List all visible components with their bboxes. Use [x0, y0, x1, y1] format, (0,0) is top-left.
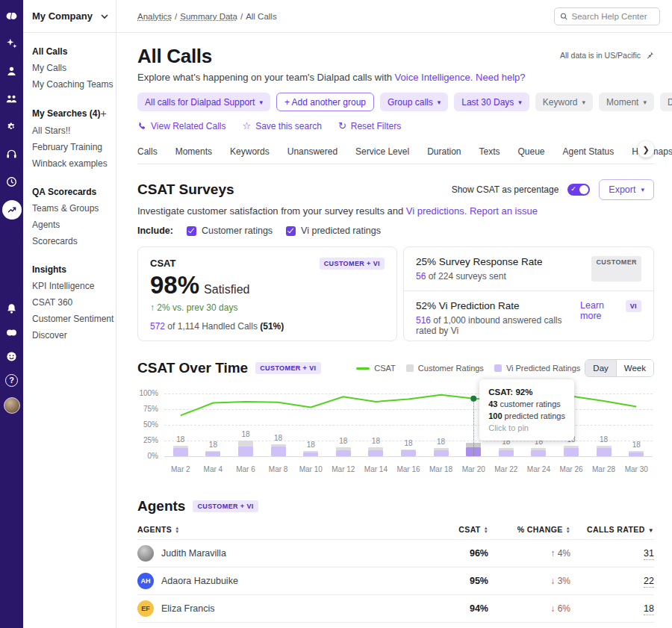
settings-gear-icon[interactable] [5, 119, 19, 133]
export-button[interactable]: Export▾ [599, 179, 654, 200]
tab-agent-status[interactable]: Agent Status [563, 146, 615, 164]
sidebar-item-scorecards[interactable]: Scorecards [32, 233, 107, 249]
moment-filter[interactable]: Moment▾ [599, 93, 654, 111]
search-input[interactable] [572, 12, 654, 21]
duration-filter[interactable]: Duration▾ [660, 93, 672, 111]
tab-service-level[interactable]: Service Level [355, 146, 409, 164]
filter-group-pill[interactable]: All calls for Dialpad Support▾ [137, 93, 270, 111]
table-row[interactable]: EFEliza Francis 94% ↓ 6% 18 [137, 594, 654, 622]
csat-card-label: CSAT [150, 258, 175, 269]
search-icon [560, 12, 568, 21]
chevron-down-icon: ▾ [643, 99, 647, 106]
sidebar-item-winback-examples[interactable]: Winback examples [32, 155, 107, 172]
company-selector[interactable]: My Company [23, 0, 116, 33]
table-row[interactable]: AHAdaora Hazubuike 95% ↓ 3% 22 [137, 567, 654, 594]
notifications-bell-icon[interactable] [5, 302, 19, 315]
ai-sparkles-icon[interactable] [5, 37, 19, 50]
date-range-filter[interactable]: Last 30 Days▾ [454, 93, 529, 111]
customer-vi-badge: CUSTOMER + VI [255, 362, 320, 374]
add-another-group-button[interactable]: + Add another group [276, 93, 374, 111]
table-row[interactable]: Judith Maravilla 96% ↑ 4% 31 [137, 539, 654, 567]
sidebar-item-kpi-intelligence[interactable]: KPI Intelligence [32, 278, 107, 294]
tab-texts[interactable]: Texts [479, 146, 500, 164]
help-icon[interactable]: ? [5, 373, 19, 387]
support-headset-icon[interactable] [5, 147, 19, 161]
save-search-link[interactable]: ☆ Save this search [243, 120, 322, 131]
feedback-smiley-icon[interactable] [5, 349, 19, 363]
pin-icon[interactable] [645, 51, 654, 60]
include-filters: Include: Customer ratings Vi predicted r… [137, 226, 654, 236]
header-calls-rated[interactable]: CALLS RATED▼ [570, 525, 654, 534]
breadcrumb-analytics[interactable]: Analytics [137, 12, 172, 21]
sidebar-item-agents[interactable]: Agents [32, 217, 107, 233]
tab-queue[interactable]: Queue [518, 146, 545, 164]
contacts-icon[interactable] [5, 64, 19, 78]
analytics-icon-active[interactable] [2, 200, 22, 220]
day-toggle-button[interactable]: Day [585, 360, 615, 376]
learn-more-link[interactable]: Learn more [580, 300, 618, 321]
tab-unanswered[interactable]: Unanswered [287, 146, 337, 164]
sidebar-item-my-coaching-teams[interactable]: My Coaching Teams [32, 76, 107, 93]
sidebar-item-discover[interactable]: Discover [32, 327, 107, 343]
vi-prediction-rate-card: 52% Vi Prediction Rate 516 of 1,000 inbo… [404, 290, 653, 345]
calls-rated-link[interactable]: 31 [644, 548, 654, 560]
vi-predictions-link[interactable]: Vi predictions. [406, 205, 467, 217]
header-csat[interactable]: CSAT▲▼ [436, 525, 488, 534]
day-week-toggle: Day Week [585, 359, 654, 377]
add-search-button[interactable]: + [100, 108, 108, 119]
view-related-calls-link[interactable]: View Related Calls [137, 120, 226, 131]
help-search[interactable] [554, 7, 660, 25]
tab-keywords[interactable]: Keywords [230, 146, 270, 164]
tab-moments[interactable]: Moments [175, 146, 212, 164]
vi-predicted-ratings-checkbox[interactable]: Vi predicted ratings [286, 226, 381, 236]
phone-icon [137, 122, 146, 131]
calls-rated-link[interactable]: 18 [644, 603, 654, 615]
coaching-teams-icon[interactable] [5, 92, 19, 105]
sidebar-item-all-stars[interactable]: All Stars!! [32, 122, 107, 139]
customer-ratings-checkbox[interactable]: Customer ratings [187, 226, 273, 236]
csat-surveys-title: CSAT Surveys [137, 181, 234, 198]
csat-value: 98%Satisfied [150, 271, 385, 299]
report-issue-link[interactable]: Report an issue [470, 205, 538, 217]
sidebar-item-all-calls[interactable]: All Calls [32, 43, 107, 60]
need-help-link[interactable]: Need help? [476, 72, 526, 83]
company-name: My Company [32, 10, 93, 22]
surveys-link[interactable]: 56 [416, 271, 426, 282]
chart-tooltip: CSAT: 92% 43 customer ratings 100 predic… [479, 379, 574, 441]
chart-plot-area[interactable]: CSAT: 92% 43 customer ratings 100 predic… [164, 391, 653, 459]
reset-filters-link[interactable]: ↻ Reset Filters [338, 120, 401, 131]
user-avatar[interactable] [4, 397, 20, 414]
calls-rated-link[interactable]: 22 [644, 576, 654, 588]
dialpad-logo-icon[interactable] [5, 9, 19, 22]
table-row[interactable]: Philippe Salah 94% ↓ 2% 19 [137, 622, 654, 628]
call-history-icon[interactable] [5, 175, 19, 188]
sidebar-item-teams-groups[interactable]: Teams & Groups [32, 200, 107, 217]
vi-predicted-swatch [494, 364, 502, 372]
tab-duration[interactable]: Duration [427, 146, 461, 164]
response-rate-title: 25% Survey Response Rate [416, 256, 543, 267]
header-pct-change[interactable]: % CHANGE▲▼ [488, 525, 570, 534]
sidebar-item-february-training[interactable]: February Training [32, 139, 107, 155]
avatar: EF [137, 600, 154, 617]
group-calls-filter[interactable]: Group calls▾ [380, 93, 448, 111]
chevron-down-icon: ▾ [582, 99, 586, 106]
sidebar-item-csat-360[interactable]: CSAT 360 [32, 294, 107, 311]
dialpad-chat-icon[interactable] [5, 326, 19, 339]
topbar: Analytics/Summary Data/All Calls [116, 0, 672, 33]
sidebar-item-my-calls[interactable]: My Calls [32, 60, 107, 76]
page-subtitle: Explore what's happening on your team's … [137, 72, 654, 83]
tab-bar: Calls Moments Keywords Unanswered Servic… [137, 142, 654, 164]
breadcrumb-summary-data[interactable]: Summary Data [180, 12, 237, 21]
sidebar-item-customer-sentiment[interactable]: Customer Sentiment [32, 311, 107, 327]
handled-calls-note: 572 of 1,114 Handled Calls (51%) [150, 321, 385, 332]
tabs-scroll-right-button[interactable]: ❯ [638, 141, 654, 158]
voice-intelligence-link[interactable]: Voice Intelligence. [395, 72, 473, 83]
csat-percentage-toggle[interactable]: ✓ [567, 184, 590, 196]
keyword-filter[interactable]: Keyword▾ [535, 93, 593, 111]
customer-ratings-swatch [406, 364, 414, 372]
header-agents[interactable]: AGENTS▲▼ [137, 525, 436, 534]
week-toggle-button[interactable]: Week [616, 360, 653, 376]
handled-calls-link[interactable]: 572 [150, 321, 165, 332]
rated-calls-link[interactable]: 516 [416, 315, 431, 326]
tab-calls[interactable]: Calls [137, 146, 158, 164]
